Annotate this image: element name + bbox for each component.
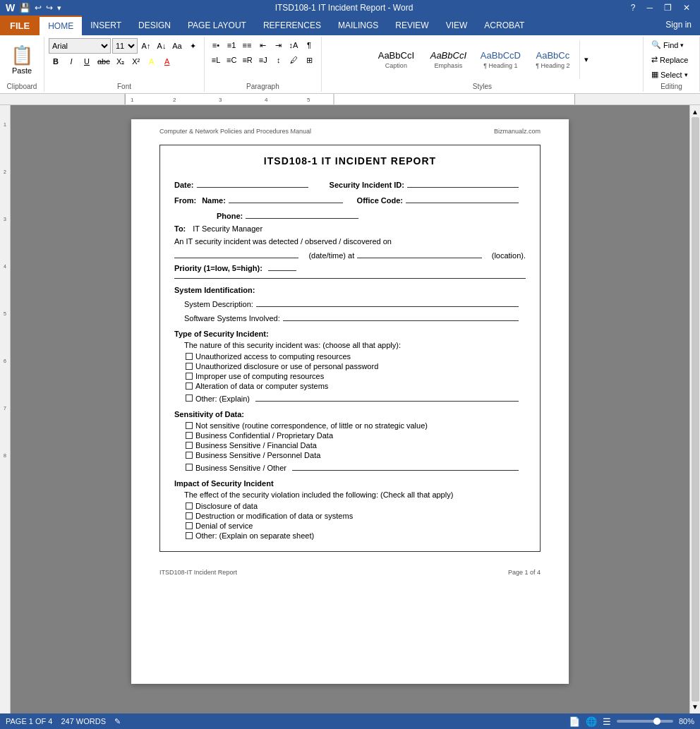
checkbox-business-confidential[interactable]: Business Confidential / Proprietary Data: [186, 431, 526, 440]
justify-button[interactable]: ≡J: [256, 53, 270, 67]
checkbox-disclosure[interactable]: Disclosure of data: [186, 502, 526, 510]
checkbox-icon[interactable]: [186, 532, 193, 539]
font-name-select[interactable]: Arial: [49, 38, 111, 54]
select-button[interactable]: ▦ Select ▾: [648, 68, 695, 81]
view-web-icon[interactable]: 🌐: [586, 716, 597, 727]
checkbox-icon[interactable]: [186, 512, 193, 519]
checkbox-icon[interactable]: [186, 502, 193, 510]
scroll-up-arrow[interactable]: ▲: [692, 108, 699, 116]
grow-font-button[interactable]: A↑: [139, 39, 153, 53]
checkbox-icon[interactable]: [186, 394, 193, 402]
vertical-scrollbar[interactable]: ▲ ▼: [689, 105, 700, 713]
tab-insert[interactable]: INSERT: [82, 16, 130, 35]
style-heading2[interactable]: AaBbCc ¶ Heading 2: [527, 40, 578, 80]
strikethrough-button[interactable]: abc: [95, 54, 112, 68]
file-tab[interactable]: FILE: [0, 16, 40, 35]
incident-date-field[interactable]: [174, 248, 298, 258]
align-center-button[interactable]: ≡C: [224, 53, 239, 67]
style-emphasis[interactable]: AaBbCcI Emphasis: [423, 40, 473, 80]
checkbox-improper-use[interactable]: Improper use of computing resources: [186, 372, 526, 380]
shrink-font-button[interactable]: A↓: [155, 39, 169, 53]
checkbox-icon[interactable]: [186, 353, 193, 360]
tab-view[interactable]: VIEW: [438, 16, 476, 35]
office-code-field[interactable]: [406, 193, 519, 203]
sign-in-link[interactable]: Sign in: [657, 16, 700, 35]
checkbox-unauthorized-disclosure[interactable]: Unauthorized disclosure or use of person…: [186, 362, 526, 370]
view-print-icon[interactable]: 📄: [569, 716, 580, 727]
subscript-button[interactable]: X₂: [114, 54, 128, 68]
date-field[interactable]: [197, 178, 308, 188]
view-outline-icon[interactable]: ☰: [603, 716, 611, 727]
borders-button[interactable]: ⊞: [303, 53, 317, 67]
tab-review[interactable]: REVIEW: [387, 16, 437, 35]
text-highlight-button[interactable]: A: [145, 54, 159, 68]
checkbox-icon[interactable]: [186, 522, 193, 529]
style-normal[interactable]: AaBbCcI Caption: [370, 40, 421, 80]
checkbox-unauthorized-access[interactable]: Unauthorized access to computing resourc…: [186, 352, 526, 361]
underline-button[interactable]: U: [80, 54, 94, 68]
find-button[interactable]: 🔍 Find ▾: [648, 38, 695, 52]
increase-indent-button[interactable]: ⇥: [271, 38, 285, 52]
edit-indicator[interactable]: ✎: [114, 717, 121, 726]
checkbox-icon[interactable]: [186, 373, 193, 380]
checkbox-business-financial[interactable]: Business Sensitive / Financial Data: [186, 441, 526, 450]
sort-button[interactable]: ↕A: [286, 38, 301, 52]
checkbox-icon[interactable]: [186, 432, 193, 439]
quick-access-save[interactable]: 💾: [19, 3, 30, 13]
checkbox-icon[interactable]: [186, 422, 193, 429]
system-desc-field[interactable]: [256, 297, 519, 307]
shading-button[interactable]: 🖊: [287, 53, 301, 67]
show-marks-button[interactable]: ¶: [302, 38, 316, 52]
checkbox-denial[interactable]: Denial of service: [186, 522, 526, 530]
line-spacing-button[interactable]: ↕: [272, 53, 286, 67]
font-color-button[interactable]: A: [160, 54, 174, 68]
checkbox-business-other[interactable]: Business Sensitive / Other: [186, 461, 526, 472]
software-field[interactable]: [283, 311, 519, 321]
checkbox-other-type[interactable]: Other: (Explain): [186, 392, 526, 403]
business-other-field[interactable]: [292, 461, 519, 471]
multilevel-button[interactable]: ≡≡: [240, 38, 254, 52]
restore-button[interactable]: ❐: [660, 3, 676, 13]
bold-button[interactable]: B: [49, 54, 63, 68]
style-heading1[interactable]: AaBbCcD ¶ Heading 1: [475, 40, 526, 80]
checkbox-business-personnel[interactable]: Business Sensitive / Personnel Data: [186, 451, 526, 459]
replace-button[interactable]: ⇄ Replace: [648, 53, 695, 66]
tab-home[interactable]: HOME: [40, 16, 82, 35]
zoom-thumb[interactable]: [653, 718, 660, 725]
quick-access-redo[interactable]: ↪: [46, 3, 53, 13]
align-right-button[interactable]: ≡R: [240, 53, 254, 67]
tab-page-layout[interactable]: PAGE LAYOUT: [179, 16, 255, 35]
align-left-button[interactable]: ≡L: [209, 53, 223, 67]
priority-field[interactable]: [268, 270, 296, 271]
tab-references[interactable]: REFERENCES: [255, 16, 330, 35]
tab-acrobat[interactable]: ACROBAT: [476, 16, 533, 35]
other-explain-type-field[interactable]: [255, 392, 519, 402]
scroll-down-arrow[interactable]: ▼: [692, 703, 699, 711]
checkbox-icon[interactable]: [186, 452, 193, 459]
security-id-field[interactable]: [407, 178, 519, 188]
tab-mailings[interactable]: MAILINGS: [330, 16, 387, 35]
tab-design[interactable]: DESIGN: [130, 16, 179, 35]
checkbox-destruction[interactable]: Destruction or modification of data or s…: [186, 512, 526, 520]
styles-more-button[interactable]: ▾: [579, 40, 593, 80]
numbering-button[interactable]: ≡1: [224, 38, 239, 52]
zoom-slider[interactable]: [617, 720, 673, 723]
checkbox-icon[interactable]: [186, 442, 193, 449]
font-size-select[interactable]: 11: [112, 38, 138, 54]
minimize-button[interactable]: ─: [642, 3, 657, 13]
incident-location-field[interactable]: [357, 248, 481, 258]
name-field[interactable]: [229, 193, 343, 203]
close-button[interactable]: ✕: [679, 3, 694, 13]
quick-access-undo[interactable]: ↩: [35, 3, 42, 13]
scroll-thumb[interactable]: [692, 117, 699, 701]
clear-format-button[interactable]: ✦: [186, 39, 200, 53]
help-button[interactable]: ?: [627, 3, 640, 13]
checkbox-icon[interactable]: [186, 464, 193, 471]
paste-button[interactable]: 📋 Paste: [4, 41, 40, 78]
checkbox-icon[interactable]: [186, 382, 193, 390]
superscript-button[interactable]: X²: [129, 54, 143, 68]
checkbox-alteration[interactable]: Alteration of data or computer systems: [186, 382, 526, 390]
phone-field[interactable]: [246, 209, 358, 219]
change-case-button[interactable]: Aa: [170, 39, 184, 53]
document-scroll-area[interactable]: Computer & Network Policies and Procedur…: [11, 105, 689, 713]
